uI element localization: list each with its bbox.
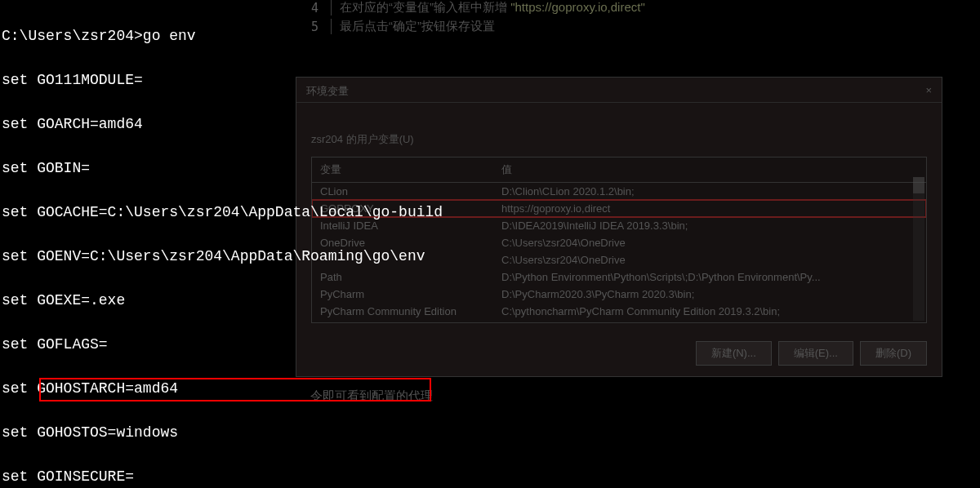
terminal-line: set GOCACHE=C:\Users\zsr204\AppData\Loca… bbox=[2, 202, 980, 224]
red-highlight-box bbox=[39, 378, 431, 401]
terminal-line: set GOBIN= bbox=[2, 157, 980, 180]
terminal-output: C:\Users\zsr204>go env set GO111MODULE= … bbox=[0, 0, 980, 488]
terminal-line: set GOHOSTOS=windows bbox=[2, 422, 980, 444]
terminal-line: set GOINSECURE= bbox=[2, 466, 980, 488]
terminal-line: set GOFLAGS= bbox=[2, 334, 980, 356]
terminal-line: set GOEXE=.exe bbox=[2, 290, 980, 312]
terminal-prompt: C:\Users\zsr204>go env bbox=[2, 25, 980, 47]
terminal-line: set GOENV=C:\Users\zsr204\AppData\Roamin… bbox=[2, 246, 980, 268]
terminal-line: set GO111MODULE= bbox=[2, 69, 980, 91]
terminal-line: set GOARCH=amd64 bbox=[2, 113, 980, 135]
